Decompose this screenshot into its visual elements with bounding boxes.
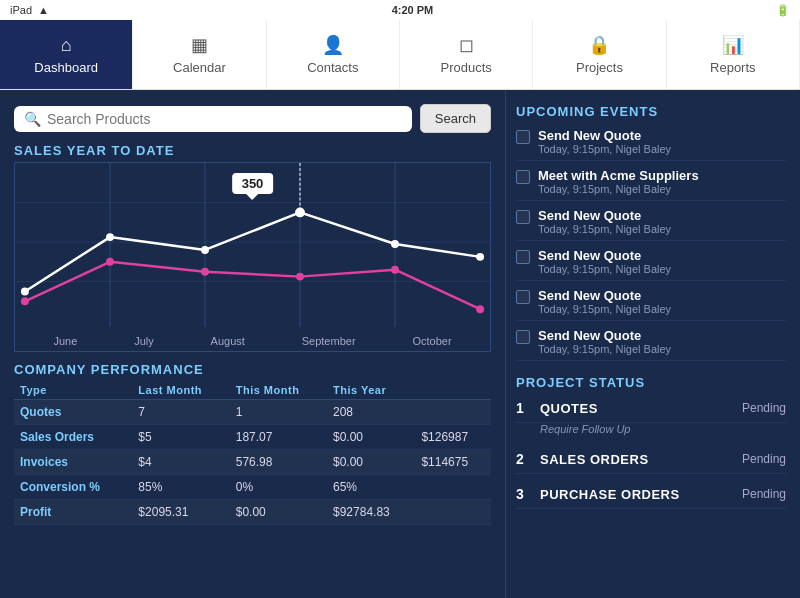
svg-point-18 <box>476 305 484 313</box>
event-checkbox-5[interactable] <box>516 330 530 344</box>
status-bar-left: iPad ▲ <box>10 4 49 16</box>
nav-contacts[interactable]: 👤 Contacts <box>267 20 400 89</box>
project-status-badge-0: Pending <box>742 401 786 415</box>
svg-point-9 <box>201 246 209 254</box>
nav-contacts-label: Contacts <box>307 60 358 75</box>
table-row: Quotes71208 <box>14 400 491 425</box>
contacts-icon: 👤 <box>322 34 344 56</box>
svg-point-8 <box>106 233 114 241</box>
project-item-1: 2 SALES ORDERS Pending <box>516 445 786 474</box>
events-list: Send New Quote Today, 9:15pm, Nigel Bale… <box>516 123 786 361</box>
project-num-0: 1 <box>516 400 532 416</box>
search-bar: 🔍 Search <box>14 104 491 133</box>
svg-point-17 <box>391 266 399 274</box>
col-this-year: This Year <box>327 381 415 400</box>
event-sub-3: Today, 9:15pm, Nigel Baley <box>538 263 786 275</box>
nav-projects[interactable]: 🔒 Projects <box>533 20 666 89</box>
project-status-section: PROJECT STATUS 1 QUOTES Pending Require … <box>516 375 786 509</box>
list-item: Meet with Acme Suppliers Today, 9:15pm, … <box>516 163 786 201</box>
svg-point-14 <box>106 258 114 266</box>
products-icon: ◻ <box>459 34 474 56</box>
project-status-title: PROJECT STATUS <box>516 375 786 390</box>
col-this-month: This Month <box>230 381 327 400</box>
event-title-0: Send New Quote <box>538 128 786 143</box>
x-label-august: August <box>211 335 245 347</box>
svg-point-13 <box>21 297 29 305</box>
event-checkbox-4[interactable] <box>516 290 530 304</box>
status-bar: iPad ▲ 4:20 PM 🔋 <box>0 0 800 20</box>
svg-point-15 <box>201 268 209 276</box>
home-icon: ⌂ <box>61 35 72 56</box>
sales-chart-section: SALES YEAR TO DATE <box>14 143 491 352</box>
list-item: Send New Quote Today, 9:15pm, Nigel Bale… <box>516 203 786 241</box>
project-follow-up-0: Require Follow Up <box>516 423 786 439</box>
event-sub-1: Today, 9:15pm, Nigel Baley <box>538 183 786 195</box>
chart-x-labels: June July August September October <box>15 335 490 347</box>
col-extra <box>415 381 491 400</box>
event-title-2: Send New Quote <box>538 208 786 223</box>
event-title-1: Meet with Acme Suppliers <box>538 168 786 183</box>
project-item-0: 1 QUOTES Pending <box>516 394 786 423</box>
svg-point-12 <box>476 253 484 261</box>
project-name-1: SALES ORDERS <box>540 452 734 467</box>
x-label-september: September <box>302 335 356 347</box>
search-icon: 🔍 <box>24 111 41 127</box>
event-sub-4: Today, 9:15pm, Nigel Baley <box>538 303 786 315</box>
col-type: Type <box>14 381 132 400</box>
project-status-badge-1: Pending <box>742 452 786 466</box>
search-input-wrapper: 🔍 <box>14 106 412 132</box>
project-name-0: QUOTES <box>540 401 734 416</box>
x-label-october: October <box>412 335 451 347</box>
list-item: Send New Quote Today, 9:15pm, Nigel Bale… <box>516 283 786 321</box>
reports-icon: 📊 <box>722 34 744 56</box>
performance-section: COMPANY PERFORMANCE Type Last Month This… <box>14 362 491 525</box>
nav-calendar[interactable]: ▦ Calendar <box>133 20 266 89</box>
nav-reports[interactable]: 📊 Reports <box>667 20 800 89</box>
performance-table: Type Last Month This Month This Year Quo… <box>14 381 491 525</box>
x-label-june: June <box>53 335 77 347</box>
performance-title: COMPANY PERFORMANCE <box>14 362 491 377</box>
calendar-icon: ▦ <box>191 34 208 56</box>
chart-container: 350 June July August September October <box>14 162 491 352</box>
nav-dashboard-label: Dashboard <box>34 60 98 75</box>
wifi-icon: ▲ <box>38 4 49 16</box>
list-item: Send New Quote Today, 9:15pm, Nigel Bale… <box>516 323 786 361</box>
table-row: Conversion %85%0%65% <box>14 475 491 500</box>
nav-calendar-label: Calendar <box>173 60 226 75</box>
event-checkbox-2[interactable] <box>516 210 530 224</box>
upcoming-events-title: UPCOMING EVENTS <box>516 104 786 119</box>
project-status-badge-2: Pending <box>742 487 786 501</box>
event-sub-0: Today, 9:15pm, Nigel Baley <box>538 143 786 155</box>
sales-chart-title: SALES YEAR TO DATE <box>14 143 491 158</box>
table-row: Profit$2095.31$0.00$92784.83 <box>14 500 491 525</box>
upcoming-events-section: UPCOMING EVENTS Send New Quote Today, 9:… <box>516 104 786 361</box>
event-title-4: Send New Quote <box>538 288 786 303</box>
event-sub-2: Today, 9:15pm, Nigel Baley <box>538 223 786 235</box>
search-button[interactable]: Search <box>420 104 491 133</box>
svg-point-7 <box>21 287 29 295</box>
project-num-1: 2 <box>516 451 532 467</box>
col-last-month: Last Month <box>132 381 229 400</box>
event-title-3: Send New Quote <box>538 248 786 263</box>
event-checkbox-0[interactable] <box>516 130 530 144</box>
event-checkbox-1[interactable] <box>516 170 530 184</box>
time-label: 4:20 PM <box>392 4 434 16</box>
project-num-2: 3 <box>516 486 532 502</box>
nav-products[interactable]: ◻ Products <box>400 20 533 89</box>
battery-icon: 🔋 <box>776 4 790 17</box>
projects-icon: 🔒 <box>588 34 610 56</box>
table-row: Sales Orders$5187.07$0.00$126987 <box>14 425 491 450</box>
right-panel: UPCOMING EVENTS Send New Quote Today, 9:… <box>505 90 800 598</box>
chart-tooltip: 350 <box>232 173 274 194</box>
project-list: 1 QUOTES Pending Require Follow Up 2 SAL… <box>516 394 786 509</box>
search-input[interactable] <box>47 111 402 127</box>
top-nav: ⌂ Dashboard ▦ Calendar 👤 Contacts ◻ Prod… <box>0 20 800 90</box>
nav-products-label: Products <box>440 60 491 75</box>
svg-point-11 <box>391 240 399 248</box>
nav-dashboard[interactable]: ⌂ Dashboard <box>0 20 133 89</box>
event-title-5: Send New Quote <box>538 328 786 343</box>
project-name-2: PURCHASE ORDERS <box>540 487 734 502</box>
project-item-2: 3 PURCHASE ORDERS Pending <box>516 480 786 509</box>
event-checkbox-3[interactable] <box>516 250 530 264</box>
nav-projects-label: Projects <box>576 60 623 75</box>
